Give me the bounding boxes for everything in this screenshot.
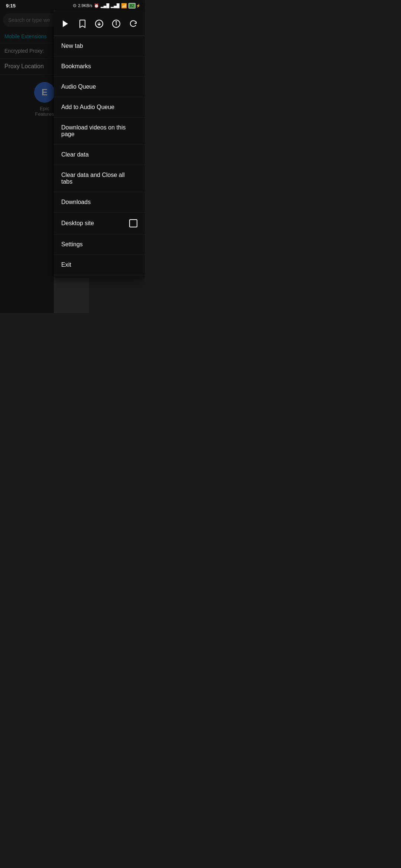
wifi-icon: 📶 <box>121 3 127 9</box>
info-icon-button[interactable] <box>109 16 124 31</box>
radar-icon: ⊙ <box>73 3 76 8</box>
menu-item-label-download-videos: Download videos on this page <box>61 124 137 138</box>
play-icon-button[interactable] <box>58 16 73 31</box>
menu-item-exit[interactable]: Exit <box>54 255 145 275</box>
info-icon <box>112 19 121 28</box>
network-speed: 2.9KB/s <box>78 3 92 8</box>
menu-item-audio-queue[interactable]: Audio Queue <box>54 77 145 97</box>
bookmark-icon <box>78 19 87 28</box>
menu-items-list: New tabBookmarksAudio QueueAdd to Audio … <box>54 36 145 275</box>
menu-item-new-tab[interactable]: New tab <box>54 36 145 56</box>
play-icon <box>61 19 70 28</box>
menu-item-downloads[interactable]: Downloads <box>54 192 145 213</box>
signal2-icon: ▂▄█ <box>111 3 120 8</box>
menu-item-label-settings: Settings <box>61 241 137 248</box>
signal1-icon: ▂▄█ <box>101 3 110 8</box>
menu-item-label-downloads: Downloads <box>61 199 137 206</box>
menu-icon-row <box>54 10 145 36</box>
alarm-icon: ⏰ <box>94 3 99 8</box>
status-bar: 9:15 ⊙ 2.9KB/s ⏰ ▂▄█ ▂▄█ 📶 82 ⚡ <box>0 0 145 10</box>
refresh-icon-button[interactable] <box>126 16 141 31</box>
status-right-icons: ⊙ 2.9KB/s ⏰ ▂▄█ ▂▄█ 📶 82 ⚡ <box>73 3 140 9</box>
dropdown-menu: New tabBookmarksAudio QueueAdd to Audio … <box>54 10 145 278</box>
overlay-dim <box>0 10 54 313</box>
menu-item-label-clear-data-close-tabs: Clear data and Close all tabs <box>61 172 137 185</box>
menu-item-desktop-site[interactable]: Desktop site <box>54 213 145 234</box>
menu-item-label-add-to-audio-queue: Add to Audio Queue <box>61 104 137 111</box>
menu-item-label-desktop-site: Desktop site <box>61 220 129 227</box>
menu-item-add-to-audio-queue[interactable]: Add to Audio Queue <box>54 97 145 118</box>
checkbox-desktop-site[interactable] <box>129 219 137 227</box>
refresh-icon <box>129 19 138 28</box>
bookmark-icon-button[interactable] <box>75 16 90 31</box>
menu-item-clear-data[interactable]: Clear data <box>54 145 145 165</box>
battery-indicator: 82 ⚡ <box>128 3 140 9</box>
menu-item-clear-data-close-tabs[interactable]: Clear data and Close all tabs <box>54 165 145 192</box>
menu-item-download-videos[interactable]: Download videos on this page <box>54 118 145 145</box>
status-time: 9:15 <box>6 3 16 9</box>
menu-item-label-new-tab: New tab <box>61 43 137 49</box>
download-icon <box>95 19 104 28</box>
menu-item-label-bookmarks: Bookmarks <box>61 63 137 70</box>
svg-marker-0 <box>63 20 68 27</box>
menu-item-bookmarks[interactable]: Bookmarks <box>54 56 145 77</box>
menu-item-label-clear-data: Clear data <box>61 151 137 158</box>
menu-item-label-audio-queue: Audio Queue <box>61 83 137 90</box>
svg-point-5 <box>116 22 117 22</box>
download-icon-button[interactable] <box>92 16 107 31</box>
menu-item-label-exit: Exit <box>61 262 137 268</box>
menu-item-settings[interactable]: Settings <box>54 234 145 255</box>
